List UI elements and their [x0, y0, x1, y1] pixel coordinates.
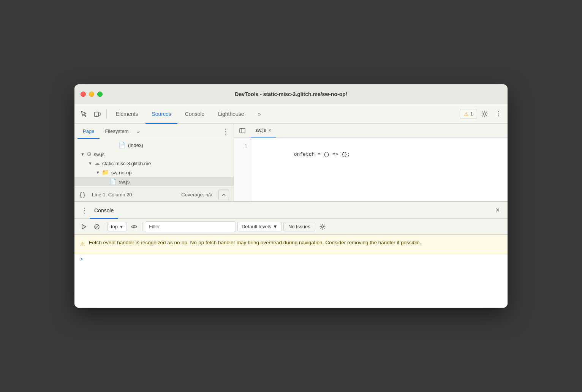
- more-panel-tabs[interactable]: »: [134, 124, 143, 139]
- block-requests-button[interactable]: [91, 221, 103, 232]
- code-content[interactable]: onfetch = () => {};: [252, 138, 508, 201]
- tree-item-folder[interactable]: ▼ 📁 sw-no-op: [74, 168, 234, 177]
- tab-lighthouse[interactable]: Lighthouse: [212, 104, 250, 124]
- bottom-panel: ⋮ Console × top: [74, 201, 508, 308]
- console-messages: ⚠ Fetch event handler is recognized as n…: [74, 235, 508, 308]
- minimize-button[interactable]: [89, 92, 94, 97]
- run-script-button[interactable]: [78, 221, 90, 232]
- tree-item-label: sw.js: [94, 152, 104, 157]
- devtools-body: Elements Sources Console Lighthouse » ⚠ …: [74, 104, 508, 308]
- context-selector[interactable]: top ▼: [108, 222, 127, 231]
- titlebar: DevTools - static-misc-3.glitch.me/sw-no…: [74, 84, 508, 104]
- tab-elements[interactable]: Elements: [110, 104, 144, 124]
- line-numbers: 1: [234, 138, 252, 201]
- tab-filesystem[interactable]: Filesystem: [100, 124, 134, 139]
- close-button[interactable]: [81, 92, 86, 97]
- tab-page[interactable]: Page: [77, 124, 100, 139]
- no-issues-button[interactable]: No Issues: [283, 222, 315, 231]
- tree-item-index[interactable]: 📄 (index): [74, 141, 234, 150]
- warnings-count: 1: [470, 111, 473, 117]
- tree-item-label: sw.js: [119, 179, 130, 185]
- device-toggle-icon[interactable]: [91, 108, 103, 120]
- folder-icon: 📁: [102, 169, 109, 176]
- tree-item-swjs-file[interactable]: 📄 sw.js: [74, 177, 234, 186]
- tree-item-swjs-root[interactable]: ▼ ⚙ sw.js: [74, 150, 234, 159]
- cloud-icon: ☁: [94, 160, 100, 167]
- devtools-window: DevTools - static-misc-3.glitch.me/sw-no…: [74, 84, 508, 308]
- doc-icon: 📄: [119, 142, 126, 149]
- format-icon[interactable]: {}: [79, 191, 86, 198]
- console-header: ⋮ Console ×: [74, 202, 508, 219]
- console-tab[interactable]: Console: [90, 202, 118, 219]
- close-tab-button[interactable]: ×: [268, 128, 271, 133]
- panel-tabs: Page Filesystem » ⋮: [74, 124, 234, 139]
- status-bar: {} Line 1, Column 20 Coverage: n/a: [74, 188, 234, 201]
- svg-point-10: [321, 226, 323, 228]
- svg-rect-1: [99, 113, 100, 115]
- sidebar-toggle-icon[interactable]: [237, 125, 248, 136]
- file-tree: 📄 (index) ▼ ⚙ sw.js ▼ ☁ static-misc-3.gl…: [74, 139, 234, 188]
- console-prompt: >: [80, 256, 83, 262]
- window-title: DevTools - static-misc-3.glitch.me/sw-no…: [235, 91, 347, 97]
- svg-rect-4: [240, 128, 245, 133]
- warning-icon: ⚠: [80, 239, 85, 249]
- warnings-badge[interactable]: ⚠ 1: [460, 109, 477, 119]
- panel-options-icon[interactable]: ⋮: [220, 126, 231, 137]
- tree-item-label: (index): [128, 142, 143, 148]
- console-input[interactable]: [86, 256, 502, 262]
- top-toolbar: Elements Sources Console Lighthouse » ⚠ …: [74, 104, 508, 124]
- context-arrow-icon: ▼: [119, 224, 123, 229]
- levels-arrow-icon: ▼: [273, 224, 278, 229]
- tree-item-label: static-misc-3.glitch.me: [102, 161, 151, 166]
- eye-visibility-button[interactable]: [128, 221, 140, 232]
- warning-text: Fetch event handler is recognized as no-…: [89, 239, 421, 247]
- cursor-icon[interactable]: [77, 108, 90, 120]
- right-panel: sw.js × 1 onfetch = () => {};: [234, 124, 508, 201]
- left-panel: Page Filesystem » ⋮ 📄 (index) ▼ ⚙: [74, 124, 234, 201]
- line-number-1: 1: [234, 142, 252, 150]
- js-file-icon: 📄: [109, 178, 117, 185]
- code-area: 1 onfetch = () => {};: [234, 138, 508, 201]
- file-tab-swjs[interactable]: sw.js ×: [251, 124, 276, 138]
- gear-icon: ⚙: [87, 151, 92, 158]
- more-options-button[interactable]: ⋮: [492, 108, 505, 120]
- svg-point-9: [133, 226, 135, 228]
- levels-label: Default levels: [242, 224, 271, 229]
- tree-item-label: sw-no-op: [111, 170, 131, 175]
- coverage-status: Coverage: n/a: [181, 192, 212, 198]
- tree-item-domain[interactable]: ▼ ☁ static-misc-3.glitch.me: [74, 159, 234, 168]
- traffic-lights: [81, 92, 103, 97]
- settings-button[interactable]: [479, 108, 491, 120]
- scroll-to-top-button[interactable]: [218, 190, 229, 200]
- more-tabs-button[interactable]: »: [252, 104, 267, 124]
- filter-input[interactable]: [145, 221, 236, 232]
- toolbar-right: ⚠ 1 ⋮: [460, 108, 505, 120]
- svg-point-3: [484, 113, 486, 115]
- file-tab-name: sw.js: [255, 127, 266, 133]
- tab-sources[interactable]: Sources: [146, 104, 177, 124]
- warning-message: ⚠ Fetch event handler is recognized as n…: [74, 235, 508, 253]
- maximize-button[interactable]: [97, 92, 103, 97]
- console-header-options-icon[interactable]: ⋮: [79, 205, 90, 216]
- divider: [106, 109, 107, 119]
- console-toolbar: top ▼ Default levels ▼ No Issues: [74, 219, 508, 235]
- toolbar-divider2: [142, 223, 142, 231]
- console-input-line: >: [74, 253, 508, 266]
- levels-selector[interactable]: Default levels ▼: [237, 222, 282, 231]
- svg-line-8: [95, 225, 99, 229]
- toolbar-divider: [105, 223, 105, 231]
- warning-triangle-icon: ⚠: [464, 111, 469, 117]
- svg-marker-6: [82, 224, 86, 229]
- code-line-1: onfetch = () => {};: [294, 152, 350, 157]
- content-area: Page Filesystem » ⋮ 📄 (index) ▼ ⚙: [74, 124, 508, 201]
- tab-console[interactable]: Console: [179, 104, 210, 124]
- file-tabs: sw.js ×: [234, 124, 508, 138]
- cursor-position: Line 1, Column 20: [92, 192, 132, 198]
- console-close-button[interactable]: ×: [492, 205, 503, 216]
- console-settings-icon[interactable]: [317, 221, 328, 232]
- context-label: top: [111, 224, 118, 229]
